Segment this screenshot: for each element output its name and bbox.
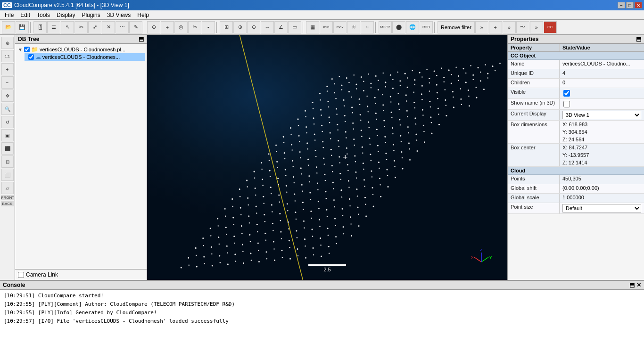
wave-button[interactable]: 〜: [516, 21, 529, 33]
filter-button[interactable]: ≋: [347, 21, 360, 33]
svg-point-458: [189, 265, 190, 266]
carve2-button[interactable]: CC: [544, 21, 557, 33]
close-button[interactable]: ✕: [635, 2, 642, 8]
sidebar-icon-select[interactable]: ▣: [1, 129, 14, 141]
current-display-dropdown[interactable]: 3D View 1: [562, 111, 641, 119]
sidebar-icon-plus[interactable]: +: [1, 63, 14, 75]
prop-value-visible: [560, 88, 644, 98]
svg-point-471: [289, 258, 291, 260]
sidebar-icon-zoom[interactable]: 🔍: [1, 103, 14, 115]
expand-button-2[interactable]: »: [503, 21, 516, 33]
area-button[interactable]: ▭: [288, 21, 301, 33]
menu-edit[interactable]: Edit: [17, 11, 33, 19]
tree-expand-parent: ▼: [18, 47, 23, 52]
point-size-dropdown[interactable]: Default 1 2 3: [562, 204, 641, 212]
db-button[interactable]: 🗄: [33, 21, 47, 33]
sidebar-label-back: BACK: [1, 201, 14, 206]
expand-button-3[interactable]: »: [530, 21, 543, 33]
3d-view[interactable]: + 2.5 Y X Z: [147, 35, 507, 280]
visible-checkbox[interactable]: [563, 90, 570, 97]
expand-button-1[interactable]: »: [475, 21, 488, 33]
prop-label-children: Children: [508, 79, 560, 88]
menu-help[interactable]: Help: [134, 11, 152, 19]
zoom-fit-button[interactable]: ⊞: [220, 21, 233, 33]
svg-point-120: [297, 118, 299, 120]
delete-button[interactable]: ✕: [102, 21, 115, 33]
segment-button[interactable]: ✂: [74, 21, 88, 33]
sidebar-icon-layers[interactable]: ⊟: [1, 155, 14, 168]
svg-point-328: [364, 186, 365, 187]
maximize-button[interactable]: □: [626, 2, 634, 8]
svg-point-451: [297, 248, 298, 250]
target-button[interactable]: ◎: [174, 21, 188, 33]
save-button[interactable]: 💾: [16, 21, 29, 33]
properties-maximize[interactable]: ⬒: [636, 36, 641, 42]
list-button[interactable]: ☰: [47, 21, 60, 33]
sample-button[interactable]: ⋯: [116, 21, 129, 33]
menu-display[interactable]: Display: [54, 11, 78, 19]
maxcell-button[interactable]: max: [333, 21, 347, 33]
m3c2-button[interactable]: M3C2: [379, 21, 392, 33]
tree-check-child[interactable]: [28, 54, 34, 60]
svg-point-135: [414, 107, 415, 108]
console-maximize-button[interactable]: ⬒: [629, 282, 635, 288]
render-button[interactable]: 🌐: [406, 21, 419, 33]
svg-point-315: [263, 196, 264, 197]
svg-point-165: [290, 134, 291, 135]
showname-checkbox[interactable]: [563, 101, 570, 107]
svg-point-244: [393, 150, 394, 151]
prop-value-globalscale: 1.000000: [560, 194, 644, 203]
sidebar-icon-box[interactable]: ▱: [1, 182, 14, 194]
mincell-button[interactable]: min: [320, 21, 333, 33]
carve-button[interactable]: R3D: [420, 21, 433, 33]
sidebar-icon-move[interactable]: ✥: [1, 90, 14, 102]
transform-button[interactable]: ⤢: [88, 21, 101, 33]
camera-link-checkbox[interactable]: [18, 272, 24, 278]
histogram-button[interactable]: ▦: [306, 21, 319, 33]
pick-button[interactable]: ⊕: [147, 21, 160, 33]
angle-button[interactable]: ∠: [274, 21, 288, 33]
remove-filter-button[interactable]: Remove filter: [438, 21, 475, 33]
tree-item-parent[interactable]: ▼ 📁 verticesCLOUDS - Cloudnomesh.pl...: [17, 46, 145, 53]
sidebar-icon-crop[interactable]: ⬛: [1, 142, 14, 155]
zoom-out-button[interactable]: ⊖: [247, 21, 260, 33]
measure-button[interactable]: ↔: [261, 21, 274, 33]
menu-file[interactable]: File: [2, 11, 17, 19]
menu-tools[interactable]: Tools: [34, 11, 53, 19]
select-button[interactable]: ↖: [61, 21, 74, 33]
svg-point-38: [414, 79, 415, 81]
tree-check-parent[interactable]: [24, 47, 30, 52]
sidebar-label-front: FRONT: [1, 195, 14, 200]
sidebar-icon-cube[interactable]: ⬜: [1, 169, 14, 181]
sidebar-icon-minus[interactable]: −: [1, 76, 14, 89]
compare-button[interactable]: ≈: [361, 21, 374, 33]
minimize-button[interactable]: −: [618, 2, 625, 8]
zoom-in-button[interactable]: ⊕: [233, 21, 247, 33]
svg-point-76: [328, 101, 329, 102]
svg-point-179: [400, 124, 401, 125]
point-button[interactable]: •: [202, 21, 215, 33]
sidebar-icon-1[interactable]: ⊕: [1, 37, 14, 49]
cloud-sphere-button[interactable]: ⬤: [392, 21, 405, 33]
db-tree-maximize[interactable]: ⬒: [139, 36, 144, 42]
sidebar-icon-rotate[interactable]: ↺: [1, 116, 14, 128]
scissors-button[interactable]: ✂: [188, 21, 201, 33]
svg-point-309: [387, 175, 388, 176]
svg-point-189: [306, 142, 308, 144]
svg-point-356: [240, 214, 241, 215]
scale-bar: 2.5: [308, 264, 346, 272]
svg-point-414: [350, 223, 351, 224]
prop-value-boxdim-z: Z: 24.564: [560, 136, 644, 143]
add-button[interactable]: +: [489, 21, 502, 33]
menu-3dviews[interactable]: 3D Views: [104, 11, 133, 19]
manual-button[interactable]: ✎: [129, 21, 142, 33]
svg-point-98: [313, 108, 314, 109]
tree-item-child[interactable]: ☁ verticesCLOUDS - Cloudnomes...: [25, 53, 145, 61]
cross-button[interactable]: +: [161, 21, 174, 33]
open-button[interactable]: 📂: [2, 21, 15, 33]
svg-point-226: [424, 141, 425, 143]
menu-plugins[interactable]: Plugins: [79, 11, 103, 19]
svg-point-331: [388, 186, 389, 188]
sidebar-icon-2[interactable]: 1:1: [1, 50, 14, 62]
console-close-button[interactable]: ✕: [636, 282, 641, 288]
